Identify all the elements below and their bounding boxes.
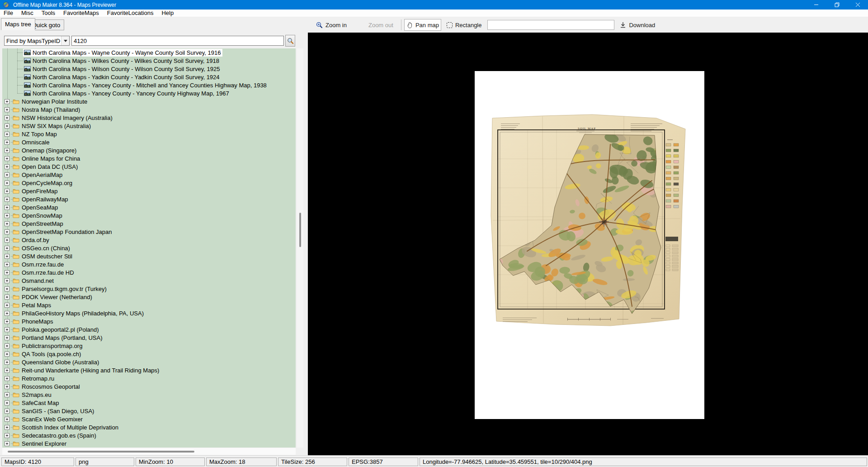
tree-item-folder[interactable]: NSW Historical Imagery (Australia): [2, 114, 296, 122]
tree-item-folder[interactable]: Onemap (Singapore): [2, 146, 296, 154]
tree-item-folder[interactable]: Polska.geoportal2.pl (Poland): [2, 325, 296, 334]
tree-item-folder[interactable]: Orda.of.by: [2, 236, 296, 244]
minimize-button[interactable]: [806, 0, 826, 10]
tree-item-map[interactable]: North Carolina Maps - Yancey County - Mi…: [2, 81, 296, 89]
tree-item-folder[interactable]: PDOK Viewer (Netherland): [2, 293, 296, 301]
expand-plus-icon[interactable]: [5, 400, 9, 405]
menu-item-favoritemaps[interactable]: FavoriteMaps: [59, 10, 103, 17]
expand-plus-icon[interactable]: [5, 295, 9, 300]
tree-item-folder[interactable]: Scottish Index of Multiple Deprivation: [2, 423, 296, 431]
expand-plus-icon[interactable]: [5, 164, 9, 169]
tree-item-folder[interactable]: Portland Maps (Portland, USA): [2, 334, 296, 342]
tree-horizontal-scrollbar[interactable]: [2, 448, 296, 455]
expand-plus-icon[interactable]: [5, 425, 9, 430]
expand-plus-icon[interactable]: [5, 409, 9, 414]
expand-plus-icon[interactable]: [5, 262, 9, 267]
expand-plus-icon[interactable]: [5, 156, 9, 161]
expand-plus-icon[interactable]: [5, 115, 9, 120]
menu-item-tools[interactable]: Tools: [38, 10, 59, 17]
tree-item-folder[interactable]: SafeCast Map: [2, 399, 296, 407]
tree-item-folder[interactable]: PhilaGeoHistory Maps (Philadelphia, PA, …: [2, 309, 296, 317]
toolbar-text-input[interactable]: [487, 20, 614, 30]
tree-item-map[interactable]: North Carolina Maps - Wayne County - Way…: [2, 48, 296, 57]
rectangle-button[interactable]: Rectangle: [445, 19, 484, 31]
find-by-dropdown[interactable]: Find by MapsTypeID: [4, 36, 70, 46]
tree-item-folder[interactable]: QA Tools (qa.poole.ch): [2, 350, 296, 358]
tree-item-folder[interactable]: OpenCycleMap.org: [2, 179, 296, 187]
maps-tree[interactable]: North Carolina Maps - Wayne County - Way…: [2, 48, 296, 448]
tree-item-folder[interactable]: Sedecatastro.gob.es (Spain): [2, 431, 296, 439]
tree-item-folder[interactable]: ScanEx Web Geomixer: [2, 415, 296, 423]
scrollbar-thumb[interactable]: [299, 213, 301, 247]
expand-plus-icon[interactable]: [5, 360, 9, 365]
restore-button[interactable]: [826, 0, 847, 10]
expand-plus-icon[interactable]: [5, 238, 9, 243]
expand-plus-icon[interactable]: [5, 270, 9, 275]
expand-plus-icon[interactable]: [5, 205, 9, 210]
tree-item-folder[interactable]: OpenRailwayMap: [2, 195, 296, 203]
tree-item-folder[interactable]: OSM deutscher Stil: [2, 252, 296, 260]
expand-plus-icon[interactable]: [5, 124, 9, 129]
tree-item-folder[interactable]: Reit-und Wanderkarte (Hiking and Trail R…: [2, 366, 296, 374]
tree-vertical-scrollbar[interactable]: [297, 48, 303, 448]
chevron-down-icon[interactable]: [61, 36, 69, 45]
tree-item-folder[interactable]: Sentinel Explorer: [2, 439, 296, 448]
tree-item-folder[interactable]: SanGIS - (San Diego, USA): [2, 407, 296, 415]
search-input[interactable]: [71, 36, 284, 46]
tree-item-folder[interactable]: OpenFireMap: [2, 187, 296, 195]
tree-item-folder[interactable]: Roscosmos Geoportal: [2, 382, 296, 391]
expand-plus-icon[interactable]: [5, 181, 9, 186]
tree-item-folder[interactable]: Open Data DC (USA): [2, 162, 296, 171]
tree-item-folder[interactable]: Osm.rrze.fau.de HD: [2, 268, 296, 276]
tree-item-folder[interactable]: S2maps.eu: [2, 391, 296, 399]
expand-plus-icon[interactable]: [5, 376, 9, 381]
expand-plus-icon[interactable]: [5, 246, 9, 251]
menu-item-misc[interactable]: Misc: [17, 10, 38, 17]
tree-item-folder[interactable]: Retromap.ru: [2, 374, 296, 382]
tree-item-folder[interactable]: Norwegian Polar Institute: [2, 97, 296, 105]
tree-item-map[interactable]: North Carolina Maps - Wilkes County - Wi…: [2, 57, 296, 65]
tree-item-folder[interactable]: Parselsorgu.tkgm.gov.tr (Turkey): [2, 285, 296, 293]
expand-plus-icon[interactable]: [5, 384, 9, 389]
expand-plus-icon[interactable]: [5, 335, 9, 340]
tree-item-folder[interactable]: OSGeo.cn (China): [2, 244, 296, 252]
expand-plus-icon[interactable]: [5, 343, 9, 348]
expand-plus-icon[interactable]: [5, 189, 9, 194]
menu-item-help[interactable]: Help: [157, 10, 178, 17]
tree-item-folder[interactable]: OpenSeaMap: [2, 203, 296, 211]
expand-plus-icon[interactable]: [5, 286, 9, 291]
tree-item-folder[interactable]: Omniscale: [2, 138, 296, 146]
close-button[interactable]: [847, 0, 868, 10]
tree-item-folder[interactable]: OpenSnowMap: [2, 211, 296, 219]
zoom-out-button[interactable]: Zoom out: [367, 19, 395, 31]
expand-plus-icon[interactable]: [5, 221, 9, 226]
tree-item-folder[interactable]: Online Maps for China: [2, 154, 296, 162]
scrollbar-thumb[interactable]: [8, 451, 194, 453]
tree-item-folder[interactable]: PhoneMaps: [2, 317, 296, 325]
expand-plus-icon[interactable]: [5, 392, 9, 397]
expand-plus-icon[interactable]: [5, 254, 9, 259]
zoom-in-button[interactable]: Zoom in: [314, 19, 349, 31]
expand-plus-icon[interactable]: [5, 433, 9, 438]
expand-plus-icon[interactable]: [5, 197, 9, 202]
expand-plus-icon[interactable]: [5, 229, 9, 234]
expand-plus-icon[interactable]: [5, 441, 9, 446]
tree-item-map[interactable]: North Carolina Maps - Wilson County - Wi…: [2, 65, 296, 73]
expand-plus-icon[interactable]: [5, 303, 9, 308]
menu-item-favoritelocations[interactable]: FavoriteLocations: [103, 10, 158, 17]
tree-item-folder[interactable]: Publictransportmap.org: [2, 342, 296, 350]
expand-plus-icon[interactable]: [5, 319, 9, 324]
expand-plus-icon[interactable]: [5, 352, 9, 357]
expand-plus-icon[interactable]: [5, 132, 9, 137]
tree-item-map[interactable]: North Carolina Maps - Yancey County - Ya…: [2, 89, 296, 97]
download-button[interactable]: Download: [618, 19, 657, 31]
tree-item-folder[interactable]: Osm.rrze.fau.de: [2, 260, 296, 268]
tree-item-folder[interactable]: Nostra Map (Thailand): [2, 105, 296, 114]
tree-item-folder[interactable]: NSW SIX Maps (Australia): [2, 122, 296, 130]
tree-item-folder[interactable]: Petal Maps: [2, 301, 296, 309]
pan-map-button[interactable]: Pan map: [404, 19, 441, 31]
expand-plus-icon[interactable]: [5, 417, 9, 422]
tree-item-folder[interactable]: NZ Topo Map: [2, 130, 296, 138]
expand-plus-icon[interactable]: [5, 327, 9, 332]
expand-plus-icon[interactable]: [5, 148, 9, 153]
